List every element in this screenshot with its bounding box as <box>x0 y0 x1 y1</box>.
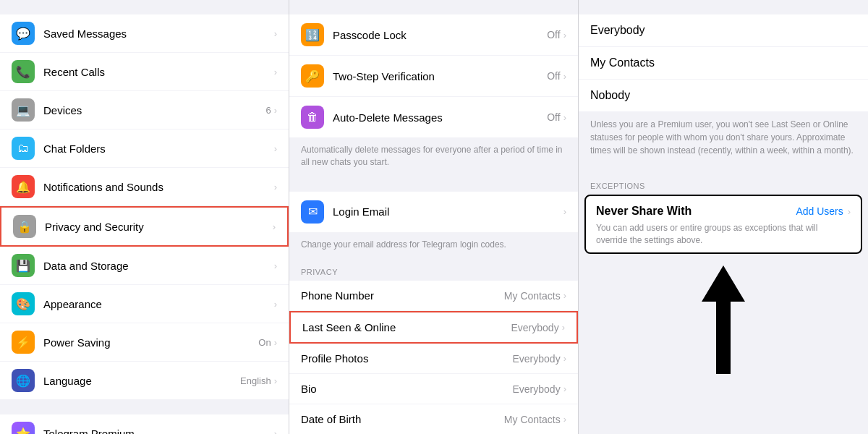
visibility-option-my-contacts[interactable]: My Contacts <box>579 47 868 80</box>
power-saving-icon: ⚡ <box>12 331 35 354</box>
sidebar-item-language[interactable]: 🌐 Language English › <box>0 362 289 400</box>
two-step-label: Two-Step Verification <box>333 70 547 82</box>
two-step-value: Off <box>547 70 560 82</box>
appearance-icon: 🎨 <box>12 292 35 315</box>
two-step-icon: 🔑 <box>301 64 324 88</box>
appearance-chevron-icon: › <box>274 299 277 310</box>
privacy-security-label: Privacy and Security <box>45 221 273 233</box>
bio-value: Everybody <box>513 383 561 395</box>
saved-messages-chevron-icon: › <box>274 28 277 39</box>
exceptions-section: EXCEPTIONS Never Share With Add Users › … <box>579 176 868 374</box>
privacy-item-profile-photos[interactable]: Profile Photos Everybody › <box>289 344 578 374</box>
passcode-lock-value: Off <box>547 29 560 41</box>
sidebar-item-devices[interactable]: 💻 Devices 6 › <box>0 91 289 129</box>
visibility-option-everybody[interactable]: Everybody <box>579 14 868 47</box>
visibility-option-nobody[interactable]: Nobody <box>579 80 868 112</box>
middle-item-two-step[interactable]: 🔑 Two-Step Verification Off › <box>289 56 578 97</box>
power-saving-chevron-icon: › <box>274 337 277 348</box>
middle-item-passcode-lock[interactable]: 🔢 Passcode Lock Off › <box>289 14 578 56</box>
right-panel: EverybodyMy ContactsNobody Unless you ar… <box>579 0 868 434</box>
auto-delete-chevron-icon: › <box>563 112 566 123</box>
language-chevron-icon: › <box>274 375 277 386</box>
sidebar-item-chat-folders[interactable]: 🗂 Chat Folders › <box>0 129 289 168</box>
login-email-chevron-icon: › <box>563 206 566 217</box>
profile-photos-value: Everybody <box>513 353 561 365</box>
passcode-lock-icon: 🔢 <box>301 23 324 46</box>
sidebar-item-data-storage[interactable]: 💾 Data and Storage › <box>0 247 289 285</box>
privacy-item-last-seen[interactable]: Last Seen & Online Everybody › <box>289 311 578 344</box>
login-email-desc: Change your email address for Telegram l… <box>289 233 578 260</box>
telegram-premium-label: Telegram Premium <box>43 427 274 435</box>
notifications-icon: 🔔 <box>12 175 35 198</box>
appearance-label: Appearance <box>43 298 274 310</box>
devices-icon: 💻 <box>12 98 35 122</box>
bio-chevron-icon: › <box>563 383 566 394</box>
sidebar-item-notifications[interactable]: 🔔 Notifications and Sounds › <box>0 168 289 206</box>
privacy-security-chevron-icon: › <box>273 221 276 232</box>
privacy-item-phone-number[interactable]: Phone Number My Contacts › <box>289 281 578 311</box>
sidebar-item-power-saving[interactable]: ⚡ Power Saving On › <box>0 323 289 362</box>
never-share-box: Never Share With Add Users › You can add… <box>584 195 862 254</box>
middle-panel: 🔢 Passcode Lock Off › 🔑 Two-Step Verific… <box>289 0 579 434</box>
language-icon: 🌐 <box>12 369 35 392</box>
privacy-item-date-of-birth[interactable]: Date of Birth My Contacts › <box>289 404 578 434</box>
never-share-title: Never Share With <box>596 205 692 218</box>
visibility-desc: Unless you are a Premium user, you won't… <box>579 112 868 167</box>
privacy-item-bio[interactable]: Bio Everybody › <box>289 374 578 404</box>
middle-item-login-email[interactable]: ✉ Login Email › <box>289 192 578 233</box>
date-of-birth-chevron-icon: › <box>563 414 566 425</box>
power-saving-label: Power Saving <box>43 336 258 349</box>
sidebar-item-appearance[interactable]: 🎨 Appearance › <box>0 285 289 323</box>
language-label: Language <box>43 375 240 387</box>
add-users-chevron-icon: › <box>848 206 851 217</box>
data-storage-chevron-icon: › <box>274 260 277 271</box>
arrow-head-icon <box>702 265 745 302</box>
left-panel: 💬 Saved Messages › 📞 Recent Calls › 💻 De… <box>0 0 289 434</box>
exceptions-label: EXCEPTIONS <box>579 176 868 195</box>
saved-messages-icon: 💬 <box>12 22 35 45</box>
auto-delete-label: Auto-Delete Messages <box>333 111 547 124</box>
passcode-lock-label: Passcode Lock <box>333 29 547 41</box>
auto-delete-desc: Automatically delete messages for everyo… <box>289 138 578 177</box>
devices-label: Devices <box>43 104 265 116</box>
sidebar-item-saved-messages[interactable]: 💬 Saved Messages › <box>0 14 289 53</box>
language-badge: English <box>240 375 271 386</box>
chat-folders-chevron-icon: › <box>274 143 277 154</box>
sidebar-item-telegram-premium[interactable]: ⭐ Telegram Premium › <box>0 414 289 434</box>
arrow-graphic <box>694 265 752 374</box>
date-of-birth-label: Date of Birth <box>301 413 504 425</box>
never-share-desc: You can add users or entire groups as ex… <box>596 222 851 247</box>
profile-photos-chevron-icon: › <box>563 353 566 364</box>
telegram-premium-icon: ⭐ <box>12 422 35 434</box>
add-users-button[interactable]: Add Users › <box>796 205 851 217</box>
notifications-label: Notifications and Sounds <box>43 181 274 193</box>
recent-calls-icon: 📞 <box>12 60 35 83</box>
date-of-birth-value: My Contacts <box>504 414 561 425</box>
middle-item-auto-delete[interactable]: 🗑 Auto-Delete Messages Off › <box>289 97 578 138</box>
sidebar-item-privacy-security[interactable]: 🔒 Privacy and Security › <box>0 206 289 247</box>
bio-label: Bio <box>301 383 513 395</box>
last-seen-label: Last Seen & Online <box>302 321 511 333</box>
phone-number-label: Phone Number <box>301 289 504 302</box>
visibility-options: EverybodyMy ContactsNobody <box>579 14 868 112</box>
login-email-icon: ✉ <box>301 200 324 224</box>
recent-calls-label: Recent Calls <box>43 66 274 78</box>
phone-number-chevron-icon: › <box>563 290 566 301</box>
data-storage-label: Data and Storage <box>43 260 274 272</box>
devices-badge: 6 <box>265 105 271 116</box>
data-storage-icon: 💾 <box>12 254 35 277</box>
chat-folders-label: Chat Folders <box>43 142 274 155</box>
power-saving-badge: On <box>258 337 271 348</box>
auto-delete-value: Off <box>547 111 560 123</box>
last-seen-value: Everybody <box>511 322 559 333</box>
two-step-chevron-icon: › <box>563 71 566 82</box>
saved-messages-label: Saved Messages <box>43 27 274 40</box>
login-email-label: Login Email <box>333 205 563 218</box>
sidebar-item-recent-calls[interactable]: 📞 Recent Calls › <box>0 53 289 91</box>
phone-number-value: My Contacts <box>504 290 561 302</box>
privacy-security-icon: 🔒 <box>13 215 36 238</box>
notifications-chevron-icon: › <box>274 182 277 192</box>
recent-calls-chevron-icon: › <box>274 67 277 77</box>
last-seen-chevron-icon: › <box>562 322 565 333</box>
auto-delete-icon: 🗑 <box>301 106 324 129</box>
